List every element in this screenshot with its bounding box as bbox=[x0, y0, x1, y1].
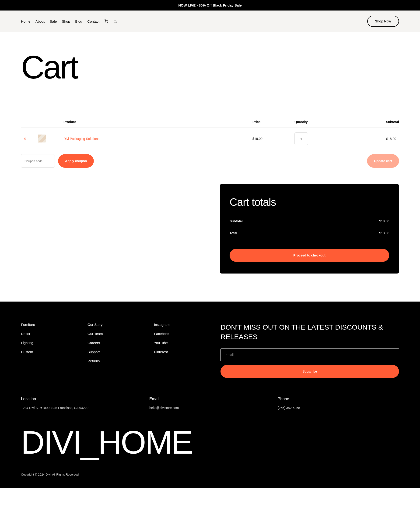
svg-point-2 bbox=[114, 20, 116, 22]
totals-title: Cart totals bbox=[230, 196, 389, 208]
footer-link[interactable]: Facebook bbox=[154, 332, 213, 336]
footer-link[interactable]: Instagram bbox=[154, 323, 213, 326]
footer-link[interactable]: Furniture bbox=[21, 323, 81, 326]
item-price: $18.00 bbox=[250, 128, 292, 150]
cart-totals: Cart totals Subtotal $18.00 Total $18.00… bbox=[220, 184, 399, 273]
th-subtotal: Subtotal bbox=[366, 116, 399, 128]
contact-email: Email hello@divistore.com bbox=[149, 397, 271, 410]
newsletter-email-input[interactable] bbox=[220, 349, 399, 361]
th-product: Product bbox=[61, 116, 250, 128]
svg-point-0 bbox=[106, 23, 106, 23]
primary-nav: Home About Sale Shop Blog Contact bbox=[21, 19, 117, 23]
footer-link[interactable]: YouTube bbox=[154, 341, 213, 345]
nav-about[interactable]: About bbox=[36, 19, 45, 23]
cart-table: Product Price Quantity Subtotal × Divi P… bbox=[21, 116, 399, 150]
footer-link[interactable]: Our Story bbox=[88, 323, 147, 326]
cart-icon[interactable] bbox=[105, 19, 108, 23]
search-icon[interactable] bbox=[113, 20, 117, 23]
footer-link[interactable]: Lighting bbox=[21, 341, 81, 345]
newsletter-heading: DON'T MISS OUT ON THE LATEST DISCOUNTS &… bbox=[220, 323, 399, 341]
apply-coupon-button[interactable]: Apply coupon bbox=[58, 154, 94, 168]
item-subtotal: $18.00 bbox=[366, 128, 399, 150]
contact-location: Location 1234 Divi St. #1000, San Franci… bbox=[21, 397, 142, 410]
footer-col-categories: Furniture Decor Lighting Custom bbox=[21, 323, 81, 378]
subtotal-value: $18.00 bbox=[379, 219, 389, 223]
th-qty: Quantity bbox=[292, 116, 366, 128]
nav-contact[interactable]: Contact bbox=[87, 19, 99, 23]
subtotal-label: Subtotal bbox=[230, 219, 243, 223]
footer-link[interactable]: Support bbox=[88, 350, 147, 354]
total-label: Total bbox=[230, 231, 237, 235]
total-value: $18.00 bbox=[379, 231, 389, 235]
footer-col-social: Instagram Facebook YouTube Pinterest bbox=[154, 323, 213, 378]
svg-point-1 bbox=[108, 23, 108, 23]
nav-blog[interactable]: Blog bbox=[75, 19, 82, 23]
cart-row: × Divi Packaging Solutions $18.00 $18.00 bbox=[21, 128, 399, 150]
nav-sale[interactable]: Sale bbox=[50, 19, 57, 23]
th-price: Price bbox=[250, 116, 292, 128]
cart-actions: Apply coupon Update cart bbox=[21, 154, 399, 168]
main-content: Cart Product Price Quantity Subtotal × D… bbox=[0, 32, 420, 302]
nav-home[interactable]: Home bbox=[21, 19, 30, 23]
shop-now-button[interactable]: Shop Now bbox=[367, 16, 399, 27]
page-title: Cart bbox=[21, 51, 399, 84]
quantity-input[interactable] bbox=[294, 132, 308, 145]
svg-line-3 bbox=[116, 22, 116, 23]
footer-col-company: Our Story Our Team Careers Support Retur… bbox=[88, 323, 147, 378]
nav-shop[interactable]: Shop bbox=[62, 19, 70, 23]
footer-link[interactable]: Pinterest bbox=[154, 350, 213, 354]
update-cart-button[interactable]: Update cart bbox=[367, 154, 399, 168]
checkout-button[interactable]: Proceed to checkout bbox=[230, 249, 389, 262]
promo-banner: NOW LIVE - 80% Off Black Friday Sale bbox=[0, 0, 420, 10]
newsletter: DON'T MISS OUT ON THE LATEST DISCOUNTS &… bbox=[220, 323, 399, 378]
contact-phone: Phone (255) 352-6258 bbox=[278, 397, 399, 410]
site-footer: Furniture Decor Lighting Custom Our Stor… bbox=[0, 302, 420, 488]
subscribe-button[interactable]: Subscribe bbox=[220, 365, 399, 378]
footer-link[interactable]: Careers bbox=[88, 341, 147, 345]
product-link[interactable]: Divi Packaging Solutions bbox=[63, 137, 99, 141]
remove-item-button[interactable]: × bbox=[24, 137, 26, 141]
footer-link[interactable]: Our Team bbox=[88, 332, 147, 336]
footer-logo: DIVI_HOME bbox=[21, 426, 399, 459]
site-header: Home About Sale Shop Blog Contact Shop N… bbox=[0, 10, 420, 32]
footer-link[interactable]: Returns bbox=[88, 359, 147, 363]
footer-link[interactable]: Decor bbox=[21, 332, 81, 336]
footer-link[interactable]: Custom bbox=[21, 350, 81, 354]
coupon-input[interactable] bbox=[21, 154, 55, 168]
copyright: Copyright © 2024 Divi. All Rights Reserv… bbox=[21, 473, 399, 476]
product-thumbnail[interactable] bbox=[38, 135, 46, 142]
